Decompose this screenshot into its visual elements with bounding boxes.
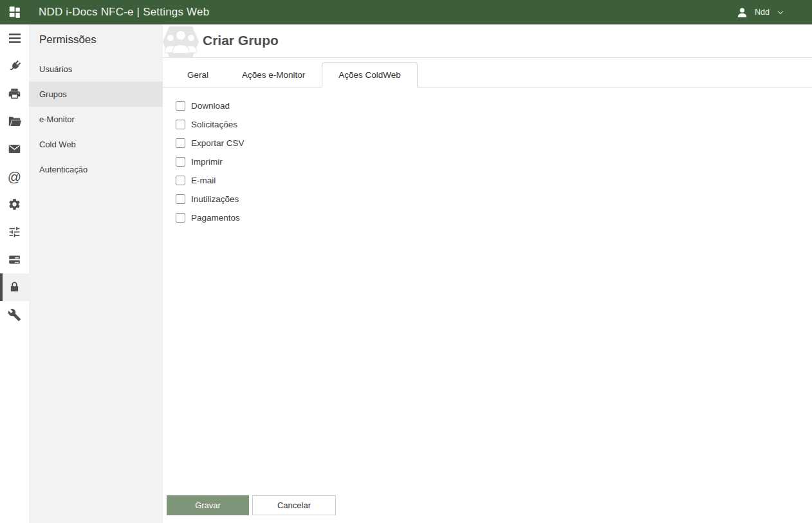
checkbox[interactable] [176,194,185,204]
wrench-icon [8,308,21,322]
sidebar-item-security[interactable] [0,273,29,301]
checkbox-row-inutilizacoes[interactable]: Inutilizações [176,194,812,204]
printer-icon [8,87,21,100]
panel-title: Permissões [29,24,163,57]
group-icon [163,26,199,57]
tab-acoes-coldweb[interactable]: Ações ColdWeb [322,62,418,87]
nav-item-e-monitor[interactable]: e-Monitor [29,107,163,132]
form-actions: Gravar Cancelar [167,495,336,515]
sidebar-item-files[interactable] [0,107,29,135]
page-title: Criar Grupo [203,33,279,48]
user-icon [736,6,748,19]
lock-icon [8,280,21,294]
storage-icon [8,253,21,266]
nav-item-autenticacao[interactable]: Autenticação [29,157,163,182]
checkbox-label: Solicitações [191,120,237,129]
checkbox-row-download[interactable]: Download [176,101,812,111]
nav-item-usuarios[interactable]: Usuários [29,57,163,82]
tab-acoes-e-monitor[interactable]: Ações e-Monitor [225,62,322,87]
checkbox[interactable] [176,213,185,223]
app-grid-icon[interactable] [0,5,29,19]
checkbox-row-pagamentos[interactable]: Pagamentos [176,213,812,223]
nav-item-grupos[interactable]: Grupos [29,82,163,107]
folder-icon [8,115,22,129]
tab-bar: Geral Ações e-Monitor Ações ColdWeb [163,62,812,87]
checkbox-label: E-mail [191,176,216,185]
nav-item-cold-web[interactable]: Cold Web [29,132,163,157]
menu-icon [8,33,21,43]
plug-icon [8,59,22,73]
save-button[interactable]: Gravar [167,495,249,515]
cancel-button[interactable]: Cancelar [252,495,336,515]
permission-checkbox-list: Download Solicitações Exportar CSV Impri… [163,87,812,223]
icon-sidebar: @ [0,24,29,523]
checkbox-label: Exportar CSV [191,138,245,148]
sidebar-item-at[interactable]: @ [0,163,29,190]
checkbox-row-solicitacoes[interactable]: Solicitações [176,120,812,129]
main-content: Criar Grupo Geral Ações e-Monitor Ações … [163,24,812,523]
checkbox-label: Pagamentos [191,213,240,223]
checkbox-label: Download [191,101,230,111]
chevron-down-icon [776,8,785,17]
checkbox[interactable] [176,157,185,167]
tab-geral[interactable]: Geral [171,62,225,87]
sidebar-item-tools[interactable] [0,301,29,329]
top-bar: NDD i-Docs NFC-e | Settings Web Ndd [0,0,812,24]
at-sign-icon: @ [8,170,21,183]
mail-icon [8,142,21,156]
gear-icon [8,197,21,211]
sidebar-item-printers[interactable] [0,80,29,107]
app-title: NDD i-Docs NFC-e | Settings Web [39,6,209,19]
user-menu[interactable]: Ndd [736,6,785,19]
sliders-icon [8,225,21,239]
sidebar-item-tune[interactable] [0,218,29,246]
sidebar-item-settings[interactable] [0,190,29,218]
checkbox[interactable] [176,176,185,185]
checkbox-label: Inutilizações [191,194,239,204]
user-name: Ndd [755,8,770,17]
checkbox[interactable] [176,120,185,129]
sidebar-item-connections[interactable] [0,52,29,80]
sidebar-item-storage[interactable] [0,246,29,273]
page-header: Criar Grupo [163,24,812,58]
checkbox-row-imprimir[interactable]: Imprimir [176,157,812,167]
checkbox[interactable] [176,101,185,111]
checkbox-label: Imprimir [191,157,223,167]
sidebar-item-mail[interactable] [0,135,29,163]
checkbox-row-email[interactable]: E-mail [176,176,812,185]
checkbox[interactable] [176,138,185,148]
checkbox-row-exportar-csv[interactable]: Exportar CSV [176,138,812,148]
permissions-panel: Permissões Usuários Grupos e-Monitor Col… [29,24,163,523]
sidebar-item-menu[interactable] [0,24,29,52]
